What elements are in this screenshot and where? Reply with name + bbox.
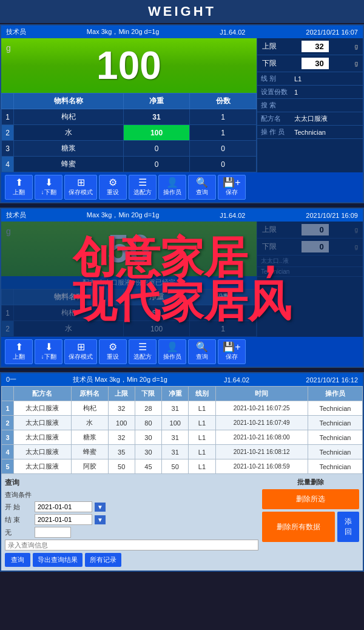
lower-limit-unit: g: [354, 60, 358, 67]
query-left: 查询 查询条件 开 始 ▼ 结 束 ▼ 无 查询: [5, 478, 258, 567]
no-row: 无: [5, 527, 258, 538]
panel2-header: 技术员 Max 3kg，Min 20g d=1g J1.64.02 2021/1…: [1, 209, 363, 222]
info-field-label: 搜 索: [261, 101, 294, 110]
toolbar-button[interactable]: ☰选配方: [129, 339, 157, 364]
toolbar-button[interactable]: ⊞保存模式: [64, 175, 97, 200]
info-field-value: 太太口服液: [294, 114, 359, 123]
panel2-toolbar: ⬆上翻⬇↓下翻⊞保存模式⚙重设☰选配方👤操作员🔍查询💾+保存: [1, 337, 363, 367]
info-field-row: 设置份数 1: [257, 86, 363, 99]
toolbar-icon: ⬇: [45, 178, 53, 188]
info-field-value: 1: [294, 89, 359, 96]
toolbar-button[interactable]: 👤操作员: [158, 175, 186, 200]
toolbar-button[interactable]: 💾+保存: [218, 339, 246, 364]
panel1-right: 上限 32 g 下限 30 g 线 别 L1 设置份数 1 搜 索 配方名 太太…: [257, 38, 363, 172]
query-bottom: 查询 查询条件 开 始 ▼ 结 束 ▼ 无 查询: [1, 474, 363, 571]
weight-unit-label: g: [6, 43, 11, 53]
p2-upper-limit-label: 上限: [262, 225, 277, 235]
toolbar-button[interactable]: ⊞保存模式: [64, 339, 97, 364]
all-records-button[interactable]: 所有记录: [85, 553, 121, 567]
query-table-row: 1 太太口服液 枸杞 32 28 31 L1 2021-10-21 16:07:…: [2, 401, 363, 416]
table-row: 1 枸杞 31 1: [2, 109, 257, 125]
toolbar-button[interactable]: ⬆上翻: [5, 339, 33, 364]
col-weight: 净重: [123, 93, 190, 109]
toolbar-button[interactable]: ⚙重设: [99, 339, 127, 364]
p1-datetime: 2021/10/21 16:07: [306, 29, 358, 36]
start-label: 开 始: [5, 503, 32, 512]
no-input[interactable]: [35, 527, 71, 538]
no-label: 无: [5, 528, 32, 537]
toolbar-btn-label: ↓下翻: [41, 353, 56, 361]
toolbar-icon: ⚙: [109, 342, 117, 352]
add-back-button[interactable]: 添 回: [337, 512, 359, 542]
delete-all-button[interactable]: 删除所有数据: [262, 512, 335, 542]
toolbar-button[interactable]: 💾+保存: [218, 175, 246, 200]
toolbar-icon: 🔍: [196, 342, 208, 352]
toolbar-btn-label: 上翻: [13, 353, 25, 361]
toolbar-btn-label: 查询: [196, 353, 208, 361]
p2-user: 技术员: [6, 211, 26, 220]
col-name: 物料名称: [14, 93, 124, 109]
divider2: [0, 369, 364, 371]
table-column-header: 配方名: [14, 387, 72, 401]
weight-display: g 100: [1, 38, 257, 93]
upper-limit-row: 上限 32 g: [257, 38, 363, 55]
toolbar-icon: ☰: [138, 342, 147, 352]
table-column-header: 原料名: [71, 387, 108, 401]
col-num: [2, 93, 14, 109]
delete-selected-button[interactable]: 删除所选: [262, 489, 359, 509]
start-date-dropdown[interactable]: ▼: [95, 503, 106, 512]
end-date-input[interactable]: [35, 514, 92, 525]
panel1-body: g 100 物料名称 净重 份数 1 枸杞 31: [1, 38, 363, 172]
toolbar-icon: ⬆: [15, 178, 23, 188]
toolbar-btn-label: 保存模式: [69, 188, 93, 197]
info-field-label: 配方名: [261, 114, 294, 123]
p2-lower-limit-label: 下限: [262, 242, 277, 252]
p2-col-qty: 份数: [190, 290, 257, 305]
info-field-row: 配方名 太太口服液: [257, 112, 363, 126]
toolbar-icon: ⊞: [77, 342, 85, 352]
toolbar-button[interactable]: ☰选配方: [129, 175, 157, 200]
query-button[interactable]: 查询: [5, 553, 30, 567]
toolbar-icon: ☰: [138, 178, 147, 188]
toolbar-button[interactable]: ⬇↓下翻: [35, 339, 62, 364]
toolbar-button[interactable]: ⬆上翻: [5, 175, 33, 200]
toolbar-icon: 🔍: [196, 178, 208, 188]
panel1: 技术员 Max 3kg，Min 20g d=1g J1.64.02 2021/1…: [0, 24, 364, 203]
start-date-input[interactable]: [35, 501, 92, 512]
info-field-value: L1: [294, 75, 359, 83]
search-text-input[interactable]: [5, 540, 258, 550]
toolbar-btn-label: 选配方: [133, 353, 152, 361]
table-column-header: 操作员: [308, 387, 362, 401]
toolbar-button[interactable]: 👤操作员: [158, 339, 186, 364]
panel2-right: 上限 0 g 下限 0 g 太太口..液 Technician: [257, 222, 363, 337]
title-text: WEIGHT: [148, 4, 216, 19]
toolbar-btn-label: 操作员: [163, 353, 181, 361]
toolbar-button[interactable]: ⬇↓下翻: [35, 175, 62, 200]
query-table-row: 5 太太口服液 阿胶 50 45 50 L1 2021-10-21 16:08:…: [2, 459, 363, 474]
p2-col-name: 物料名称: [14, 290, 124, 305]
lower-limit-row: 下限 30 g: [257, 55, 363, 72]
info-field-row: 操 作 员 Technician: [257, 126, 363, 139]
query-results-table: 配方名原料名上限下限净重线别时间操作员 1 太太口服液 枸杞 32 28 31 …: [1, 386, 363, 474]
toolbar-button[interactable]: 🔍查询: [188, 175, 216, 200]
batch-title: 批量删除: [262, 478, 359, 487]
panel2-left: g 50 配方:太太口服液1份称重已经完 物料名称 净重 份数: [1, 222, 257, 337]
ingredients-table-container: 物料名称 净重 份数 1 枸杞 31 1 2 水 100 1 3 糖浆 0 0: [1, 93, 257, 172]
table-row: 2水1001: [2, 321, 257, 337]
p2-upper-limit-unit: g: [354, 226, 358, 233]
table-row: 2 水 100 1: [2, 125, 257, 141]
table-row: 1枸杞Su1: [2, 305, 257, 321]
table-column-header: 下限: [135, 387, 161, 401]
table-column-header: 线别: [189, 387, 215, 401]
end-date-dropdown[interactable]: ▼: [95, 515, 106, 524]
toolbar-button[interactable]: 🔍查询: [188, 339, 216, 364]
query-section-title: 查询: [5, 478, 258, 488]
divider1: [0, 205, 364, 206]
p2-datetime: 2021/10/21 16:09: [306, 212, 358, 219]
export-button[interactable]: 导出查询结果: [33, 553, 83, 567]
toolbar-btn-label: 保存: [226, 188, 238, 197]
table-column-header: 净重: [162, 387, 189, 401]
p2-lower-limit-value: 0: [302, 241, 329, 252]
toolbar-button[interactable]: ⚙重设: [99, 175, 127, 200]
info-field-label: 设置份数: [261, 87, 294, 97]
